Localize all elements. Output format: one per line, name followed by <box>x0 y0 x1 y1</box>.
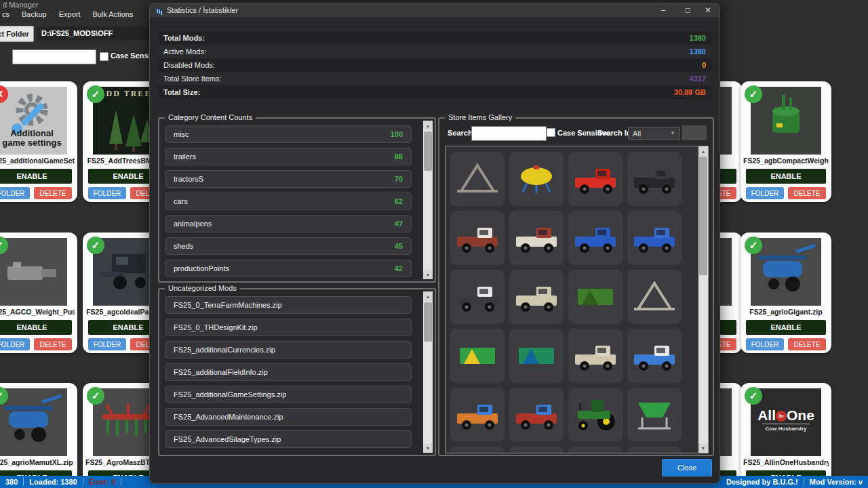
uncategorized-mods-box: Uncategorized Mods FS25_0_TerraFarmMachi… <box>158 288 436 456</box>
store-item-tile[interactable] <box>627 329 682 383</box>
category-name: productionPoints <box>174 264 229 272</box>
mod-filename: FS25_AGCO_Weight_Push... <box>0 308 75 317</box>
minimize-button[interactable]: – <box>653 3 673 17</box>
delete-button[interactable]: DELETE <box>34 187 72 199</box>
enable-button[interactable]: ENABLE <box>746 169 826 184</box>
folder-button[interactable]: FOLDER <box>88 338 126 350</box>
stat-value: 0 <box>702 61 706 69</box>
dialog-titlebar[interactable]: Statistics / İstatistikler – □ ✕ <box>150 3 719 17</box>
category-row[interactable]: cars62 <box>165 192 412 210</box>
folder-button[interactable]: FOLDER <box>0 187 30 199</box>
enable-button[interactable]: ENABLE <box>746 320 826 335</box>
bg-search-input[interactable] <box>12 49 96 64</box>
category-count: 88 <box>395 152 403 161</box>
scroll-up-icon[interactable]: ▲ <box>423 121 433 130</box>
uncategorized-mod-row[interactable]: FS25_additionalGameSettings.zip <box>165 386 412 403</box>
scroll-down-icon[interactable]: ▼ <box>698 443 708 453</box>
folder-button[interactable]: FOLDER <box>0 338 30 350</box>
store-item-tile[interactable] <box>568 270 623 324</box>
category-row[interactable]: sheds45 <box>165 237 412 255</box>
delete-button[interactable]: DELETE <box>788 338 826 350</box>
category-row[interactable]: productionPoints42 <box>165 260 412 277</box>
dialog-title: Statistics / İstatistikler <box>167 6 238 14</box>
category-count: 42 <box>395 264 403 272</box>
delete-button[interactable]: DELETE <box>34 338 72 350</box>
store-item-tile[interactable] <box>627 270 682 324</box>
menu-item-backup[interactable]: Backup <box>22 10 47 21</box>
enable-button[interactable]: ENABLE <box>0 169 72 184</box>
scroll-up-icon[interactable]: ▲ <box>698 146 708 156</box>
store-item-tile[interactable] <box>450 270 505 324</box>
uncategorized-mod-row[interactable]: FS25_AdvancedMaintenance.zip <box>165 408 412 426</box>
uncategorized-mod-row[interactable]: FS25_0_THDesignKit.zip <box>165 319 412 336</box>
category-name: sheds <box>174 242 193 250</box>
mod-filename: FS25_additionalCurrencies.zip <box>174 346 275 354</box>
store-item-tile[interactable] <box>568 152 623 206</box>
store-item-tile[interactable] <box>450 329 505 383</box>
store-item-tile[interactable] <box>450 447 505 453</box>
store-item-tile[interactable] <box>627 211 682 265</box>
scroll-thumb[interactable] <box>699 157 707 275</box>
dialog-chart-icon <box>155 7 163 14</box>
store-item-tile[interactable] <box>450 152 505 206</box>
category-count: 47 <box>395 220 403 228</box>
store-item-tile[interactable] <box>509 270 564 324</box>
maximize-button[interactable]: □ <box>677 3 698 17</box>
gallery-scrollbar[interactable]: ▲ ▼ <box>698 146 708 453</box>
scroll-up-icon[interactable]: ▲ <box>423 291 433 301</box>
bg-case-sensitive-checkbox[interactable] <box>100 52 108 61</box>
gallery-case-sensitive-checkbox[interactable] <box>547 128 555 137</box>
store-item-tile[interactable] <box>627 388 682 442</box>
mod-thumbnail: Additionalgame settings <box>0 87 67 155</box>
stat-value: 1380 <box>690 47 706 56</box>
uncategorized-mod-row[interactable]: FS25_additionalFieldInfo.zip <box>165 363 412 381</box>
folder-button[interactable]: FOLDER <box>88 187 126 199</box>
scroll-thumb[interactable] <box>424 302 432 342</box>
category-row[interactable]: trailers88 <box>165 148 412 165</box>
menu-item-export[interactable]: Export <box>59 10 81 21</box>
category-scrollbar[interactable]: ▲ ▼ <box>423 121 433 279</box>
store-item-tile[interactable] <box>568 211 623 265</box>
store-item-tile[interactable] <box>450 388 505 442</box>
store-item-tile[interactable] <box>627 447 682 453</box>
store-item-tile[interactable] <box>509 447 564 453</box>
store-item-tile[interactable] <box>509 329 564 383</box>
category-count: 100 <box>391 130 403 138</box>
mod-filename: FS25_additionalGameSetti... <box>0 157 75 166</box>
gallery-search-input[interactable] <box>471 126 547 141</box>
folder-button[interactable]: FOLDER <box>746 338 784 350</box>
enable-button[interactable]: ENABLE <box>0 320 72 335</box>
scroll-down-icon[interactable]: ▼ <box>423 270 433 279</box>
menu-item-bulk-actions[interactable]: Bulk Actions <box>93 10 134 21</box>
uncategorized-box-title: Uncategorized Mods <box>165 284 240 292</box>
select-folder-button[interactable]: lect Folder <box>0 26 34 42</box>
category-row[interactable]: animalpens47 <box>165 215 412 232</box>
store-item-tile[interactable] <box>509 211 564 265</box>
uncategorized-mod-row[interactable]: FS25_additionalCurrencies.zip <box>165 341 412 359</box>
folder-button[interactable]: FOLDER <box>746 187 784 199</box>
gallery-search-in-dropdown[interactable]: All ▼ <box>628 127 680 140</box>
scroll-thumb[interactable] <box>424 131 432 171</box>
category-count: 45 <box>395 242 403 250</box>
delete-button[interactable]: DELETE <box>788 187 826 199</box>
category-row[interactable]: tractorsS70 <box>165 170 412 188</box>
store-item-tile[interactable] <box>627 152 682 206</box>
store-item-tile[interactable] <box>568 447 623 453</box>
store-item-tile[interactable] <box>568 388 623 442</box>
mod-filename: FS25_AdvancedMaintenance.zip <box>174 413 283 421</box>
uncategorized-scrollbar[interactable]: ▲ ▼ <box>423 291 433 453</box>
uncategorized-mod-row[interactable]: FS25_AdvancedSilageTypes.zip <box>165 430 412 448</box>
store-item-tile[interactable] <box>568 329 623 383</box>
category-row[interactable]: misc100 <box>165 125 412 143</box>
menu-item-statistics[interactable]: cs <box>2 10 9 21</box>
stat-value: 4317 <box>690 75 706 83</box>
store-item-tile[interactable] <box>509 388 564 442</box>
uncategorized-mod-row[interactable]: FS25_0_TerraFarmMachines.zip <box>165 296 412 314</box>
store-item-tile[interactable] <box>509 152 564 206</box>
scroll-down-icon[interactable]: ▼ <box>423 443 433 453</box>
gallery-grid: ▲ ▼ <box>445 146 709 453</box>
store-item-tile[interactable] <box>450 211 505 265</box>
close-window-button[interactable]: ✕ <box>698 3 718 17</box>
enabled-check-icon: ✓ <box>745 85 762 103</box>
close-button[interactable]: Close <box>662 459 712 476</box>
